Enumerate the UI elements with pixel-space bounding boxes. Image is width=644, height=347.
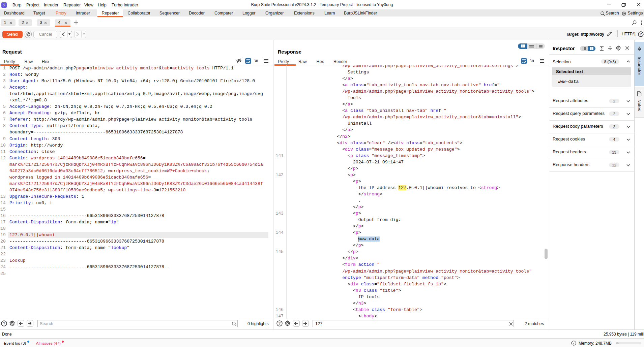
svg-text:?: ? xyxy=(279,321,281,325)
svg-text:?: ? xyxy=(640,32,642,36)
svg-text:?: ? xyxy=(3,321,5,325)
